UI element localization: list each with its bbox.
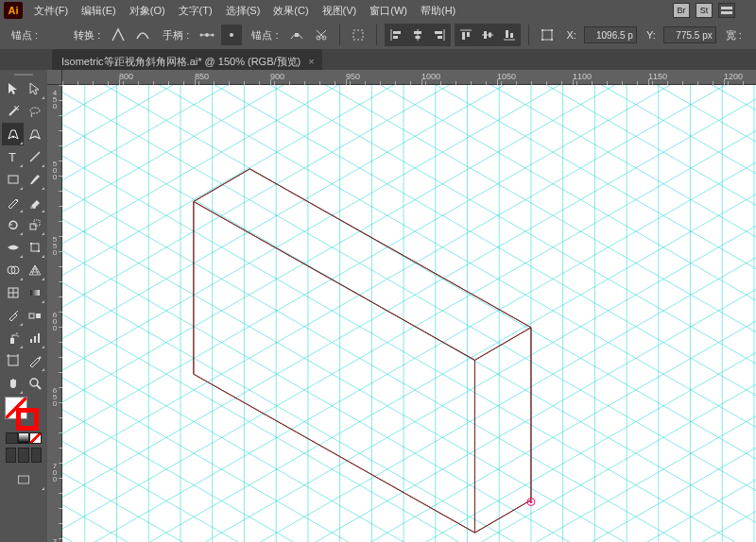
direct-selection-tool[interactable] bbox=[24, 77, 45, 100]
y-field[interactable] bbox=[663, 26, 716, 43]
free-transform-tool[interactable] bbox=[24, 236, 45, 259]
zoom-tool[interactable] bbox=[24, 372, 45, 395]
handle-hide-icon[interactable] bbox=[221, 25, 242, 45]
workspace-icon[interactable] bbox=[718, 3, 735, 18]
draw-inside-btn[interactable] bbox=[31, 448, 42, 463]
menu-window[interactable]: 窗口(W) bbox=[364, 2, 413, 20]
selection-tool[interactable] bbox=[2, 77, 24, 100]
rotate-tool[interactable] bbox=[2, 213, 24, 236]
connect-path-icon[interactable] bbox=[348, 25, 369, 45]
menu-edit[interactable]: 编辑(E) bbox=[76, 2, 122, 20]
svg-point-40 bbox=[12, 136, 14, 138]
y-label: Y: bbox=[646, 29, 656, 41]
svg-line-128 bbox=[62, 448, 756, 542]
slice-tool[interactable] bbox=[24, 349, 45, 372]
blend-tool[interactable] bbox=[24, 304, 45, 327]
cut-path-icon[interactable] bbox=[311, 25, 332, 45]
menu-effect[interactable]: 效果(C) bbox=[267, 2, 314, 20]
artboard-tool[interactable] bbox=[2, 349, 24, 372]
svg-line-127 bbox=[62, 416, 756, 542]
pen-tool[interactable] bbox=[2, 123, 24, 145]
menu-type[interactable]: 文字(T) bbox=[173, 2, 218, 20]
gradient-tool[interactable] bbox=[24, 281, 45, 304]
svg-rect-48 bbox=[31, 244, 39, 251]
align-bottom-icon[interactable] bbox=[499, 25, 520, 45]
rectangle-tool[interactable] bbox=[2, 168, 24, 191]
artboard[interactable] bbox=[62, 85, 756, 542]
svg-rect-1 bbox=[721, 11, 732, 14]
line-tool[interactable] bbox=[24, 145, 45, 168]
menu-file[interactable]: 文件(F) bbox=[28, 2, 74, 20]
align-hcenter-icon[interactable] bbox=[407, 25, 428, 45]
svg-line-106 bbox=[62, 85, 756, 148]
none-mode-btn[interactable] bbox=[29, 432, 42, 444]
symbol-sprayer-tool[interactable] bbox=[2, 327, 24, 349]
svg-rect-31 bbox=[506, 30, 508, 38]
handle-show-icon[interactable] bbox=[197, 25, 217, 45]
svg-rect-65 bbox=[38, 333, 40, 343]
stroke-swatch[interactable] bbox=[16, 408, 39, 431]
type-tool[interactable]: T bbox=[2, 145, 24, 168]
curvature-tool[interactable] bbox=[24, 123, 45, 145]
ruler-vertical[interactable]: 450500550600650700750 bbox=[47, 85, 62, 542]
eyedropper-tool[interactable] bbox=[2, 304, 24, 327]
x-field[interactable] bbox=[584, 26, 637, 43]
svg-line-197 bbox=[62, 85, 756, 205]
align-right-icon[interactable] bbox=[429, 25, 450, 45]
svg-rect-0 bbox=[721, 7, 732, 9]
svg-line-281 bbox=[194, 201, 475, 360]
ruler-corner[interactable] bbox=[47, 70, 62, 85]
svg-text:T: T bbox=[9, 150, 16, 164]
svg-rect-25 bbox=[462, 32, 465, 40]
convert-corner-icon[interactable] bbox=[108, 25, 129, 45]
menu-view[interactable]: 视图(V) bbox=[317, 2, 363, 20]
align-top-icon[interactable] bbox=[455, 25, 476, 45]
close-tab-icon[interactable]: × bbox=[308, 56, 314, 67]
remove-anchor-icon[interactable] bbox=[286, 25, 307, 45]
w-label: 宽 : bbox=[726, 28, 742, 42]
transform-icon[interactable] bbox=[537, 25, 558, 45]
convert-smooth-icon[interactable] bbox=[132, 25, 153, 45]
align-left-icon[interactable] bbox=[386, 25, 406, 45]
svg-rect-23 bbox=[438, 36, 442, 39]
menu-help[interactable]: 帮助(H) bbox=[415, 2, 461, 20]
hand-tool[interactable] bbox=[2, 372, 24, 395]
magic-wand-tool[interactable] bbox=[2, 100, 24, 123]
draw-behind-btn[interactable] bbox=[18, 448, 28, 463]
svg-rect-19 bbox=[414, 31, 421, 34]
lasso-tool[interactable] bbox=[24, 100, 45, 123]
badge-br[interactable]: Br bbox=[673, 3, 690, 18]
svg-line-201 bbox=[62, 85, 756, 332]
svg-line-112 bbox=[62, 85, 756, 339]
svg-rect-16 bbox=[393, 31, 401, 34]
svg-point-8 bbox=[230, 33, 233, 37]
shape-builder-tool[interactable] bbox=[2, 259, 24, 281]
svg-line-206 bbox=[62, 93, 756, 491]
graph-tool[interactable] bbox=[24, 327, 45, 349]
document-tab[interactable]: Isometric等距视角斜角网格.ai* @ 150% (RGB/预览) × bbox=[52, 49, 322, 70]
ruler-horizontal[interactable]: 80085090095010001050110011501200 bbox=[62, 70, 756, 85]
scale-tool[interactable] bbox=[24, 213, 45, 236]
align-vcenter-icon[interactable] bbox=[477, 25, 498, 45]
eraser-tool[interactable] bbox=[24, 191, 45, 213]
mesh-tool[interactable] bbox=[2, 281, 24, 304]
svg-point-60 bbox=[16, 332, 18, 334]
paintbrush-tool[interactable] bbox=[24, 168, 45, 191]
x-label: X: bbox=[567, 29, 576, 41]
menu-select[interactable]: 选择(S) bbox=[220, 2, 266, 20]
color-mode-btn[interactable] bbox=[6, 432, 18, 444]
width-tool[interactable] bbox=[2, 236, 24, 259]
svg-rect-63 bbox=[30, 339, 32, 343]
screen-mode-btn[interactable] bbox=[2, 468, 45, 491]
gradient-mode-btn[interactable] bbox=[18, 432, 30, 444]
badge-st[interactable]: St bbox=[696, 3, 713, 18]
svg-point-44 bbox=[16, 199, 18, 201]
svg-rect-14 bbox=[353, 30, 363, 40]
shaper-tool[interactable] bbox=[2, 191, 24, 213]
draw-normal-btn[interactable] bbox=[6, 448, 16, 463]
svg-line-122 bbox=[62, 258, 756, 542]
svg-rect-22 bbox=[435, 31, 442, 34]
perspective-grid-tool[interactable] bbox=[24, 259, 45, 281]
menu-object[interactable]: 对象(O) bbox=[124, 2, 171, 20]
fill-stroke-swatches[interactable] bbox=[2, 397, 45, 431]
